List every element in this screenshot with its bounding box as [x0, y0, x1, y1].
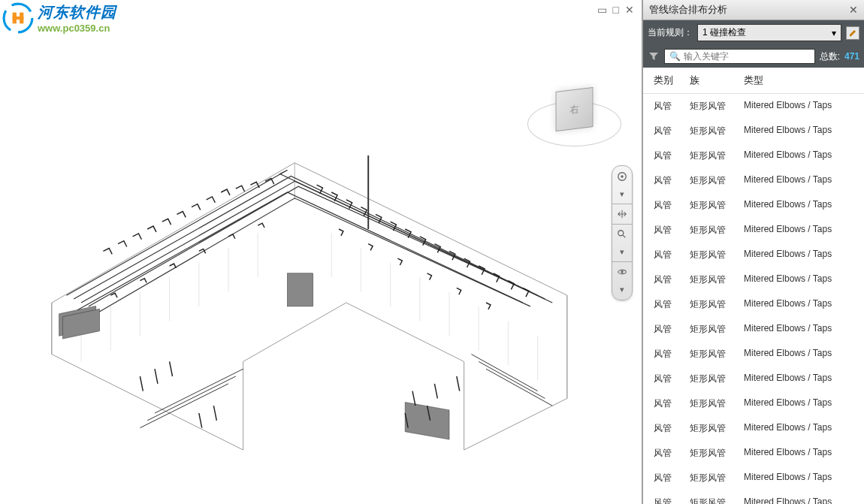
panel-close-button[interactable]: ✕ — [849, 4, 858, 16]
table-row[interactable]: 风管矩形风管Mitered Elbows / Taps — [643, 342, 864, 367]
orbit-expand-button[interactable]: ▾ — [615, 282, 630, 297]
cell-type: Mitered Elbows / Taps — [744, 323, 855, 336]
cell-family: 矩形风管 — [690, 273, 744, 286]
cell-category: 风管 — [654, 422, 690, 435]
rule-dropdown[interactable]: 1 碰撞检查 ▾ — [697, 24, 841, 41]
cell-family: 矩形风管 — [690, 373, 744, 385]
svg-point-5 — [621, 175, 624, 178]
cell-category: 风管 — [654, 496, 690, 504]
table-row[interactable]: 风管矩形风管Mitered Elbows / Taps — [643, 416, 864, 441]
cell-family: 矩形风管 — [690, 298, 744, 311]
cell-family: 矩形风管 — [690, 199, 744, 212]
table-row[interactable]: 风管矩形风管Mitered Elbows / Taps — [643, 317, 864, 342]
cell-type: Mitered Elbows / Taps — [744, 397, 855, 410]
cell-family: 矩形风管 — [690, 348, 744, 361]
cell-family: 矩形风管 — [690, 100, 744, 113]
expand-button[interactable]: ▾ — [615, 186, 630, 201]
cell-category: 风管 — [654, 224, 690, 237]
search-input[interactable] — [684, 51, 810, 62]
3d-model — [8, 45, 597, 487]
cell-category: 风管 — [654, 199, 690, 212]
cell-family: 矩形风管 — [690, 174, 744, 187]
cell-category: 风管 — [654, 249, 690, 261]
rule-edit-button[interactable] — [846, 26, 859, 40]
minimize-button[interactable]: ▭ — [597, 4, 607, 16]
svg-rect-28 — [287, 273, 313, 306]
svg-line-7 — [623, 235, 626, 238]
table-row[interactable]: 风管矩形风管Mitered Elbows / Taps — [643, 218, 864, 243]
column-family[interactable]: 族 — [690, 74, 744, 87]
cell-family: 矩形风管 — [690, 224, 744, 237]
cell-type: Mitered Elbows / Taps — [744, 447, 855, 460]
search-bar: 🔍 总数: 471 — [643, 45, 864, 68]
table-row[interactable]: 风管矩形风管Mitered Elbows / Taps — [643, 143, 864, 168]
watermark-logo-icon — [2, 2, 34, 34]
analysis-panel: 管线综合排布分析 ✕ 当前规则： 1 碰撞检查 ▾ 🔍 总数: 471 类别 族… — [642, 0, 864, 504]
window-controls: ▭ □ ✕ — [597, 4, 634, 16]
cell-category: 风管 — [654, 397, 690, 410]
cell-category: 风管 — [654, 323, 690, 336]
cell-type: Mitered Elbows / Taps — [744, 149, 855, 162]
table-row[interactable]: 风管矩形风管Mitered Elbows / Taps — [643, 391, 864, 416]
orbit-button[interactable] — [615, 264, 630, 279]
table-row[interactable]: 风管矩形风管Mitered Elbows / Taps — [643, 94, 864, 119]
panel-title: 管线综合排布分析 — [649, 3, 727, 17]
watermark: 河东软件园 www.pc0359.cn — [2, 2, 116, 34]
cell-category: 风管 — [654, 273, 690, 286]
cell-category: 风管 — [654, 125, 690, 137]
cell-category: 风管 — [654, 472, 690, 484]
svg-rect-3 — [13, 17, 24, 20]
cell-type: Mitered Elbows / Taps — [744, 422, 855, 435]
rule-label: 当前规则： — [648, 26, 693, 39]
filter-button[interactable] — [648, 51, 660, 62]
cell-family: 矩形风管 — [690, 249, 744, 261]
model-viewport[interactable]: 河东软件园 www.pc0359.cn ▭ □ ✕ 右 ▾ — [0, 0, 642, 504]
total-count: 471 — [844, 51, 859, 62]
cell-category: 风管 — [654, 100, 690, 113]
cell-family: 矩形风管 — [690, 472, 744, 484]
table-row[interactable]: 风管矩形风管Mitered Elbows / Taps — [643, 119, 864, 143]
cell-type: Mitered Elbows / Taps — [744, 273, 855, 286]
edit-icon — [848, 29, 857, 38]
column-type[interactable]: 类型 — [744, 74, 855, 87]
zoom-expand-button[interactable]: ▾ — [615, 244, 630, 259]
table-row[interactable]: 风管矩形风管Mitered Elbows / Taps — [643, 490, 864, 504]
svg-point-6 — [618, 231, 624, 236]
cell-type: Mitered Elbows / Taps — [744, 298, 855, 311]
table-row[interactable]: 风管矩形风管Mitered Elbows / Taps — [643, 267, 864, 292]
cell-family: 矩形风管 — [690, 447, 744, 460]
steering-wheel-button[interactable] — [615, 169, 630, 184]
table-row[interactable]: 风管矩形风管Mitered Elbows / Taps — [643, 168, 864, 193]
table-row[interactable]: 风管矩形风管Mitered Elbows / Taps — [643, 466, 864, 490]
close-button[interactable]: ✕ — [625, 4, 634, 16]
table-row[interactable]: 风管矩形风管Mitered Elbows / Taps — [643, 367, 864, 391]
table-row[interactable]: 风管矩形风管Mitered Elbows / Taps — [643, 193, 864, 218]
watermark-title: 河东软件园 — [38, 2, 116, 23]
maximize-button[interactable]: □ — [613, 4, 619, 16]
cell-family: 矩形风管 — [690, 496, 744, 504]
table-row[interactable]: 风管矩形风管Mitered Elbows / Taps — [643, 243, 864, 267]
cell-type: Mitered Elbows / Taps — [744, 224, 855, 237]
table-body: 风管矩形风管Mitered Elbows / Taps风管矩形风管Mitered… — [643, 94, 864, 504]
table-row[interactable]: 风管矩形风管Mitered Elbows / Taps — [643, 292, 864, 317]
search-field[interactable]: 🔍 — [664, 49, 815, 64]
cell-type: Mitered Elbows / Taps — [744, 373, 855, 385]
cell-type: Mitered Elbows / Taps — [744, 100, 855, 113]
cell-type: Mitered Elbows / Taps — [744, 348, 855, 361]
cell-category: 风管 — [654, 447, 690, 460]
table-row[interactable]: 风管矩形风管Mitered Elbows / Taps — [643, 441, 864, 466]
panel-titlebar: 管线综合排布分析 ✕ — [643, 0, 864, 20]
rule-bar: 当前规则： 1 碰撞检查 ▾ — [643, 20, 864, 45]
pan-button[interactable] — [615, 207, 630, 222]
column-category[interactable]: 类别 — [654, 74, 690, 87]
cell-family: 矩形风管 — [690, 422, 744, 435]
cell-type: Mitered Elbows / Taps — [744, 199, 855, 212]
cell-type: Mitered Elbows / Taps — [744, 496, 855, 504]
zoom-button[interactable] — [615, 227, 630, 242]
cell-category: 风管 — [654, 149, 690, 162]
table-header: 类别 族 类型 — [643, 68, 864, 94]
cell-category: 风管 — [654, 348, 690, 361]
chevron-down-icon: ▾ — [832, 28, 836, 38]
cell-category: 风管 — [654, 174, 690, 187]
search-icon: 🔍 — [669, 51, 681, 62]
